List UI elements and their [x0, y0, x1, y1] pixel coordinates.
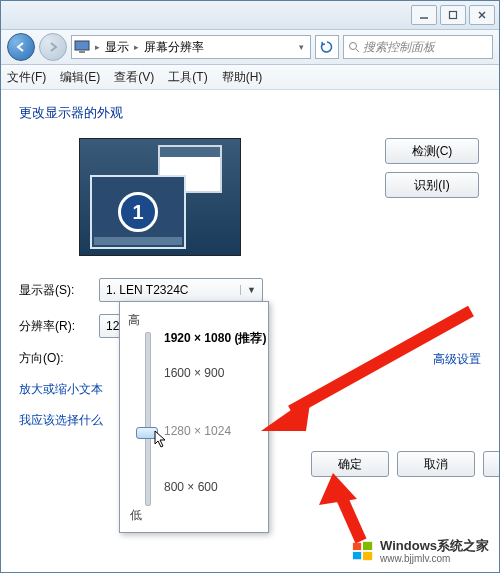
ok-button[interactable]: 确定: [311, 451, 389, 477]
resolution-label: 分辨率(R):: [19, 318, 99, 335]
page-title: 更改显示器的外观: [19, 104, 481, 122]
maximize-button[interactable]: [440, 5, 466, 25]
display-dropdown[interactable]: 1. LEN T2324C ▼: [99, 278, 263, 302]
res-option-1280[interactable]: 1280 × 1024: [164, 424, 231, 438]
nav-bar: ▸ 显示 ▸ 屏幕分辨率 ▾ 搜索控制面板: [1, 30, 499, 65]
close-button[interactable]: [469, 5, 495, 25]
windows-logo-icon: [352, 540, 374, 562]
cursor-icon: [154, 430, 172, 452]
forward-button[interactable]: [39, 33, 67, 61]
minimize-button[interactable]: [411, 5, 437, 25]
breadcrumb[interactable]: ▸ 显示 ▸ 屏幕分辨率 ▾: [71, 35, 311, 59]
search-placeholder: 搜索控制面板: [363, 39, 435, 56]
primary-monitor-icon: 1: [90, 175, 186, 249]
chevron-right-icon: ▸: [131, 42, 142, 52]
resolution-slider-popup: 高 1920 × 1080 (推荐) 1600 × 900 1280 × 102…: [119, 301, 269, 533]
slider-high-label: 高: [128, 312, 260, 329]
menu-file[interactable]: 文件(F): [7, 69, 46, 86]
link-advanced[interactable]: 高级设置: [433, 351, 481, 368]
resolution-slider[interactable]: [138, 332, 156, 506]
orientation-label: 方向(O):: [19, 350, 99, 367]
svg-rect-1: [450, 12, 457, 19]
svg-point-6: [350, 43, 357, 50]
crumb-display[interactable]: 显示: [105, 39, 129, 56]
chevron-down-icon: ▼: [240, 285, 256, 295]
res-option-recommended[interactable]: 1920 × 1080 (推荐): [164, 330, 266, 347]
svg-rect-13: [363, 542, 372, 550]
detect-button[interactable]: 检测(C): [385, 138, 479, 164]
watermark: Windows系统之家 www.bjjmlv.com: [352, 539, 489, 564]
help-links: 放大或缩小文本 我应该选择什么: [19, 381, 103, 429]
svg-line-10: [341, 496, 361, 541]
back-button[interactable]: [7, 33, 35, 61]
svg-line-7: [356, 49, 359, 52]
monitor-number-badge: 1: [118, 192, 158, 232]
menu-help[interactable]: 帮助(H): [222, 69, 263, 86]
svg-rect-4: [75, 41, 89, 50]
refresh-button[interactable]: [315, 35, 339, 59]
display-label: 显示器(S):: [19, 282, 99, 299]
res-option-1600[interactable]: 1600 × 900: [164, 366, 224, 380]
side-button-column: 检测(C) 识别(I): [385, 138, 479, 198]
menu-bar: 文件(F) 编辑(E) 查看(V) 工具(T) 帮助(H): [1, 65, 499, 90]
monitor-preview[interactable]: 1: [79, 138, 241, 256]
svg-rect-15: [363, 552, 372, 560]
cancel-button[interactable]: 取消: [397, 451, 475, 477]
dialog-button-row: 确定 取消 应用(A): [311, 451, 500, 477]
watermark-title: Windows系统之家: [380, 539, 489, 553]
menu-view[interactable]: 查看(V): [114, 69, 154, 86]
search-input[interactable]: 搜索控制面板: [343, 35, 493, 59]
display-value: 1. LEN T2324C: [106, 283, 189, 297]
monitor-preview-row: 1 检测(C) 识别(I): [19, 138, 481, 256]
svg-marker-11: [319, 473, 357, 505]
watermark-url: www.bjjmlv.com: [380, 553, 489, 564]
search-icon: [348, 41, 360, 53]
slider-track: [145, 332, 151, 506]
chevron-right-icon: ▸: [92, 42, 103, 52]
monitor-icon: [74, 39, 90, 55]
svg-rect-14: [353, 552, 361, 559]
apply-button[interactable]: 应用(A): [483, 451, 500, 477]
menu-edit[interactable]: 编辑(E): [60, 69, 100, 86]
svg-rect-12: [353, 543, 361, 550]
identify-button[interactable]: 识别(I): [385, 172, 479, 198]
res-option-800[interactable]: 800 × 600: [164, 480, 218, 494]
titlebar: [1, 1, 499, 30]
svg-rect-5: [79, 51, 85, 53]
link-zoom-text[interactable]: 放大或缩小文本: [19, 381, 103, 398]
link-which-choose[interactable]: 我应该选择什么: [19, 412, 103, 429]
window-root: ▸ 显示 ▸ 屏幕分辨率 ▾ 搜索控制面板 文件(F) 编辑(E) 查看(V) …: [0, 0, 500, 573]
slider-low-label: 低: [130, 507, 142, 524]
display-row: 显示器(S): 1. LEN T2324C ▼: [19, 278, 481, 302]
chevron-down-icon[interactable]: ▾: [295, 42, 308, 52]
menu-tools[interactable]: 工具(T): [168, 69, 207, 86]
crumb-resolution[interactable]: 屏幕分辨率: [144, 39, 204, 56]
